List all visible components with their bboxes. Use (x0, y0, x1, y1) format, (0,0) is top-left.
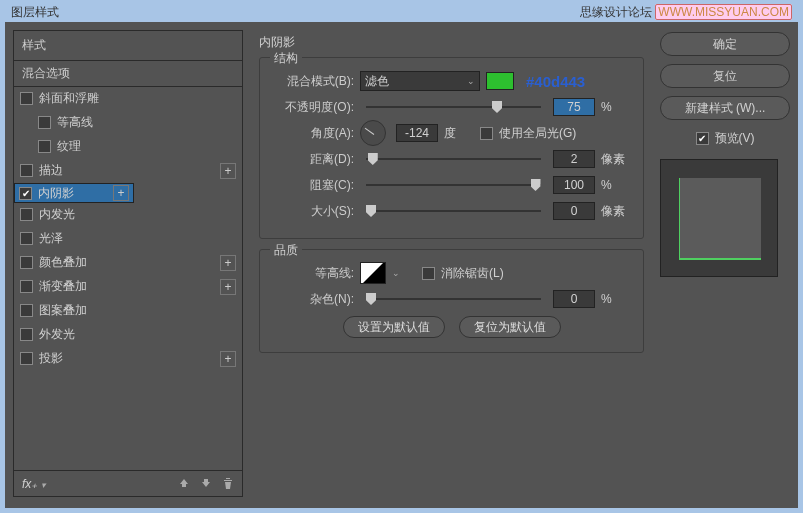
style-checkbox[interactable] (20, 280, 33, 293)
antialias-label: 消除锯齿(L) (441, 265, 504, 282)
style-label: 斜面和浮雕 (39, 90, 236, 107)
make-default-button[interactable]: 设置为默认值 (343, 316, 445, 338)
settings-panel: 内阴影 结构 混合模式(B): 滤色⌄ #40d443 不透明度(O): 75 … (251, 30, 652, 497)
panel-title: 内阴影 (259, 34, 644, 51)
angle-dial[interactable] (360, 120, 386, 146)
ok-button[interactable]: 确定 (660, 32, 790, 56)
reset-default-button[interactable]: 复位为默认值 (459, 316, 561, 338)
antialias-checkbox[interactable] (422, 267, 435, 280)
style-checkbox[interactable] (20, 256, 33, 269)
style-label: 描边 (39, 162, 214, 179)
opacity-slider[interactable] (366, 100, 541, 114)
structure-group: 结构 混合模式(B): 滤色⌄ #40d443 不透明度(O): 75 % 角度… (259, 57, 644, 239)
noise-input[interactable]: 0 (553, 290, 595, 308)
action-panel: 确定 复位 新建样式 (W)... 预览(V) (660, 30, 790, 497)
add-effect-icon[interactable]: + (220, 279, 236, 295)
style-row-11[interactable]: 投影+ (14, 347, 242, 371)
style-label: 外发光 (39, 326, 236, 343)
style-checkbox[interactable] (38, 140, 51, 153)
structure-title: 结构 (270, 50, 302, 67)
arrow-down-icon[interactable] (200, 477, 212, 490)
style-checkbox[interactable] (20, 304, 33, 317)
style-label: 颜色叠加 (39, 254, 214, 271)
angle-unit: 度 (444, 125, 474, 142)
distance-unit: 像素 (601, 151, 631, 168)
styles-panel: 样式 混合选项 斜面和浮雕等高线纹理描边+内阴影+内发光光泽颜色叠加+渐变叠加+… (13, 30, 243, 497)
blend-mode-label: 混合模式(B): (272, 73, 354, 90)
opacity-input[interactable]: 75 (553, 98, 595, 116)
preview-box (660, 159, 778, 277)
style-row-7[interactable]: 颜色叠加+ (14, 251, 242, 275)
distance-label: 距离(D): (272, 151, 354, 168)
new-style-button[interactable]: 新建样式 (W)... (660, 96, 790, 120)
choke-slider[interactable] (366, 178, 541, 192)
blend-mode-select[interactable]: 滤色⌄ (360, 71, 480, 91)
style-list: 斜面和浮雕等高线纹理描边+内阴影+内发光光泽颜色叠加+渐变叠加+图案叠加外发光投… (14, 87, 242, 470)
style-row-2[interactable]: 纹理 (14, 135, 242, 159)
global-light-label: 使用全局光(G) (499, 125, 576, 142)
choke-input[interactable]: 100 (553, 176, 595, 194)
distance-input[interactable]: 2 (553, 150, 595, 168)
color-swatch[interactable] (486, 72, 514, 90)
style-checkbox[interactable] (20, 92, 33, 105)
watermark: 思缘设计论坛 WWW.MISSYUAN.COM (580, 4, 792, 21)
add-effect-icon[interactable]: + (220, 255, 236, 271)
title-bar: 图层样式 思缘设计论坛 WWW.MISSYUAN.COM (5, 2, 798, 22)
style-row-4[interactable]: 内阴影+ (14, 183, 134, 203)
size-label: 大小(S): (272, 203, 354, 220)
noise-label: 杂色(N): (272, 291, 354, 308)
style-row-5[interactable]: 内发光 (14, 203, 242, 227)
style-label: 投影 (39, 350, 214, 367)
quality-group: 品质 等高线: ⌄ 消除锯齿(L) 杂色(N): 0 % 设置为默认值 复位为默… (259, 249, 644, 353)
trash-icon[interactable] (222, 477, 234, 490)
style-checkbox[interactable] (20, 164, 33, 177)
style-checkbox[interactable] (20, 352, 33, 365)
style-checkbox[interactable] (20, 208, 33, 221)
style-label: 纹理 (57, 138, 236, 155)
global-light-checkbox[interactable] (480, 127, 493, 140)
noise-unit: % (601, 292, 631, 306)
style-checkbox[interactable] (20, 232, 33, 245)
styles-footer: fx₊ ▾ (14, 470, 242, 496)
opacity-label: 不透明度(O): (272, 99, 354, 116)
style-label: 内阴影 (38, 185, 107, 202)
style-label: 内发光 (39, 206, 236, 223)
style-row-9[interactable]: 图案叠加 (14, 299, 242, 323)
angle-label: 角度(A): (272, 125, 354, 142)
add-effect-icon[interactable]: + (220, 351, 236, 367)
noise-slider[interactable] (366, 292, 541, 306)
styles-header: 样式 (14, 31, 242, 60)
window-title: 图层样式 (11, 4, 59, 21)
choke-label: 阻塞(C): (272, 177, 354, 194)
size-unit: 像素 (601, 203, 631, 220)
style-row-1[interactable]: 等高线 (14, 111, 242, 135)
style-checkbox[interactable] (19, 187, 32, 200)
color-hex: #40d443 (526, 73, 585, 90)
opacity-unit: % (601, 100, 631, 114)
preview-checkbox[interactable] (696, 132, 709, 145)
contour-picker[interactable] (360, 262, 386, 284)
style-row-10[interactable]: 外发光 (14, 323, 242, 347)
fx-label[interactable]: fx₊ ▾ (22, 477, 46, 491)
add-effect-icon[interactable]: + (220, 163, 236, 179)
style-checkbox[interactable] (38, 116, 51, 129)
style-row-0[interactable]: 斜面和浮雕 (14, 87, 242, 111)
arrow-up-icon[interactable] (178, 477, 190, 490)
angle-input[interactable]: -124 (396, 124, 438, 142)
chevron-down-icon[interactable]: ⌄ (392, 268, 400, 278)
choke-unit: % (601, 178, 631, 192)
style-label: 图案叠加 (39, 302, 236, 319)
style-row-8[interactable]: 渐变叠加+ (14, 275, 242, 299)
style-label: 光泽 (39, 230, 236, 247)
contour-label: 等高线: (272, 265, 354, 282)
distance-slider[interactable] (366, 152, 541, 166)
blend-options-header[interactable]: 混合选项 (14, 60, 242, 87)
reset-button[interactable]: 复位 (660, 64, 790, 88)
style-row-3[interactable]: 描边+ (14, 159, 242, 183)
style-row-6[interactable]: 光泽 (14, 227, 242, 251)
add-effect-icon[interactable]: + (113, 185, 129, 201)
size-slider[interactable] (366, 204, 541, 218)
size-input[interactable]: 0 (553, 202, 595, 220)
chevron-down-icon: ⌄ (467, 76, 475, 86)
style-checkbox[interactable] (20, 328, 33, 341)
